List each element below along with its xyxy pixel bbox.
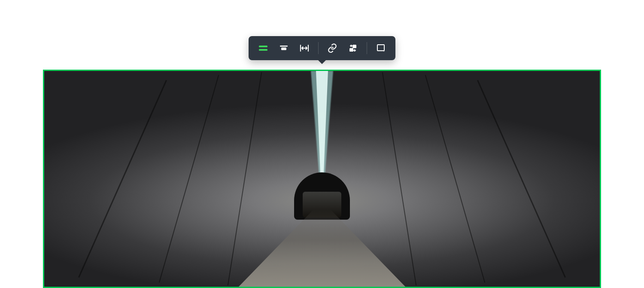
block-toolbar	[249, 36, 395, 60]
align-wide-icon	[279, 43, 289, 53]
toolbar-separator	[367, 42, 367, 54]
link-icon	[327, 43, 337, 53]
align-full-width-button[interactable]	[253, 38, 273, 58]
caption-button[interactable]	[371, 38, 391, 58]
svg-rect-0	[259, 46, 267, 47]
svg-rect-8	[352, 45, 356, 48]
image-block-selected[interactable]	[43, 70, 601, 288]
svg-rect-3	[281, 48, 286, 50]
caption-icon	[376, 43, 386, 53]
svg-rect-2	[280, 46, 288, 47]
align-fit-button[interactable]	[294, 38, 315, 58]
toolbar	[249, 36, 395, 60]
align-full-width-icon	[258, 43, 268, 53]
align-wide-button[interactable]	[273, 38, 294, 58]
link-button[interactable]	[322, 38, 343, 58]
align-fit-icon	[299, 43, 310, 53]
svg-rect-1	[259, 49, 267, 51]
image-content	[44, 71, 600, 287]
toolbar-separator	[318, 42, 319, 54]
svg-rect-9	[349, 48, 353, 52]
replace-image-button[interactable]	[343, 38, 363, 58]
replace-image-icon	[348, 43, 358, 53]
